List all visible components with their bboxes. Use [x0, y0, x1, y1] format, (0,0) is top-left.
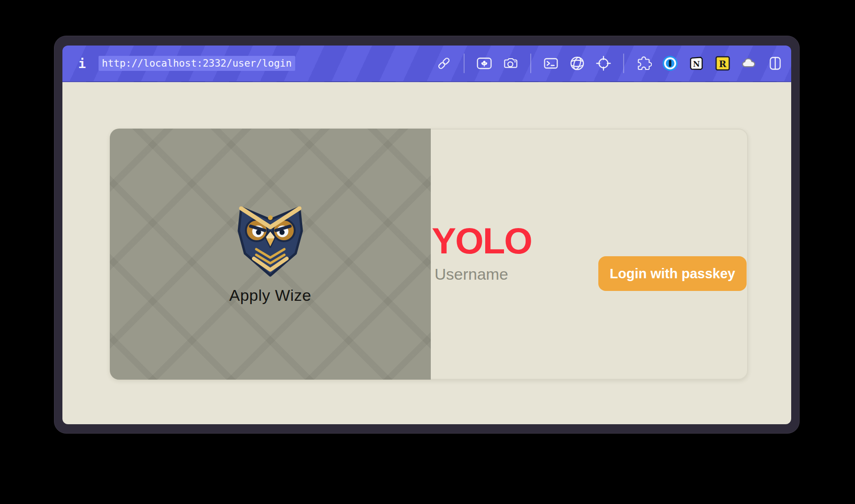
login-with-passkey-button[interactable]: Login with passkey [598, 256, 747, 291]
crosshair-icon[interactable] [595, 55, 611, 71]
photo-icon[interactable] [476, 55, 492, 71]
username-input[interactable]: Username [435, 266, 508, 283]
page-content: Apply Wize YOLO Username Login with pass… [62, 82, 791, 424]
browser-toolbar: i http://localhost:2332/user/login [62, 46, 791, 82]
desktop-background: i http://localhost:2332/user/login [0, 0, 855, 504]
extensions-puzzle-icon[interactable] [636, 55, 652, 71]
r-extension-icon[interactable]: R [715, 55, 731, 71]
browser-window-inner: i http://localhost:2332/user/login [62, 46, 791, 424]
split-view-icon[interactable] [767, 55, 783, 71]
site-info-icon[interactable]: i [76, 57, 88, 70]
svg-text:N: N [693, 60, 700, 69]
link-icon[interactable] [436, 55, 452, 71]
login-heading: YOLO [432, 222, 532, 259]
url-text-selected[interactable]: http://localhost:2332/user/login [99, 56, 295, 71]
toolbar-divider [530, 53, 531, 73]
svg-text:R: R [719, 59, 726, 69]
browser-window: i http://localhost:2332/user/login [54, 36, 800, 434]
toolbar-icon-row: N R [436, 53, 783, 73]
notion-icon[interactable]: N [688, 55, 704, 71]
onepassword-icon[interactable] [662, 55, 678, 71]
brand-name: Apply Wize [229, 286, 311, 305]
url-bar[interactable]: http://localhost:2332/user/login [99, 58, 295, 69]
toolbar-divider [464, 53, 465, 73]
cloud-icon[interactable] [741, 55, 757, 71]
globe-icon[interactable] [569, 55, 585, 71]
login-form-area: YOLO Username Login with passkey [431, 130, 747, 379]
camera-icon[interactable] [503, 55, 519, 71]
toolbar-divider [623, 53, 624, 73]
apply-wize-owl-logo-icon [236, 204, 305, 279]
login-card: Apply Wize YOLO Username Login with pass… [110, 129, 748, 380]
brand-panel: Apply Wize [110, 129, 431, 380]
terminal-icon[interactable] [543, 55, 559, 71]
